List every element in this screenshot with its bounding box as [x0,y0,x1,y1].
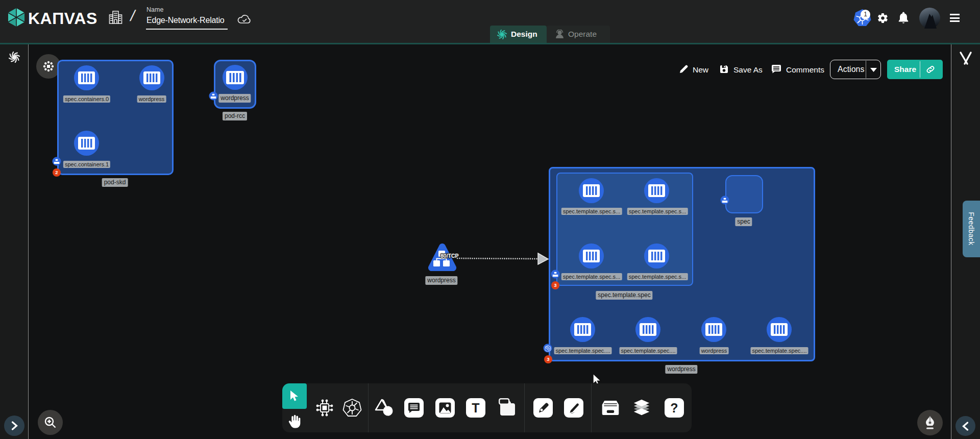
svg-text:80/TCP: 80/TCP [440,253,459,259]
